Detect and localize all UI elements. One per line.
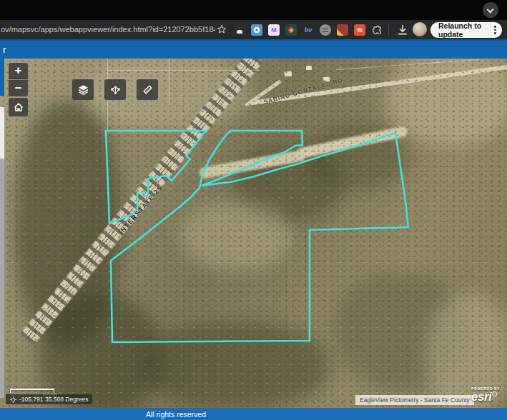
terrain-light-patch bbox=[182, 201, 290, 269]
coin-lines-icon bbox=[323, 29, 328, 32]
parcel-boundary-layer bbox=[0, 59, 507, 408]
extension-record-icon[interactable] bbox=[285, 24, 297, 36]
relaunch-label: Relaunch to update bbox=[438, 21, 502, 39]
parcel-hairline bbox=[169, 59, 169, 103]
terrain-dark-patch bbox=[236, 144, 343, 223]
extension-fox-icon[interactable] bbox=[337, 24, 348, 36]
interstate-25-label: INTERSTATE 25 bbox=[117, 169, 177, 236]
app-footer: All rights reserved bbox=[0, 408, 507, 420]
browser-toolbar: ov/mapsvc/apps/webappviewer/index.html?i… bbox=[0, 20, 507, 39]
parcel-boundary-main bbox=[111, 131, 408, 342]
extension-camera-icon[interactable] bbox=[251, 24, 262, 36]
kebab-dots bbox=[494, 26, 496, 28]
parcel-hairline bbox=[336, 59, 479, 70]
road-spur bbox=[245, 79, 282, 107]
layers-icon bbox=[77, 84, 89, 96]
terrain-dark-patch bbox=[307, 123, 408, 191]
terrain-dark-patch bbox=[336, 273, 465, 387]
app-title-bar: r bbox=[0, 39, 507, 59]
parcel-boundary-west bbox=[106, 131, 206, 224]
terrain-light-patch bbox=[386, 59, 507, 144]
measure-ruler-icon bbox=[142, 84, 154, 96]
home-icon bbox=[13, 101, 24, 113]
esri-globe-icon bbox=[492, 391, 497, 396]
arroyo-wash bbox=[295, 126, 408, 160]
coordinates-text: -105.791 35.568 Degrees bbox=[19, 396, 88, 403]
toolbar-divider bbox=[388, 24, 389, 36]
extensions-puzzle-icon[interactable] bbox=[371, 24, 383, 36]
record-dot-icon bbox=[288, 27, 294, 33]
terrain-dark-patch bbox=[14, 101, 122, 344]
extension-row: M bv % bbox=[234, 24, 389, 36]
sabino-gonzales-road bbox=[250, 65, 507, 106]
extension-bv-icon[interactable]: bv bbox=[302, 24, 314, 36]
chevron-down-button[interactable] bbox=[483, 2, 498, 18]
app-title-text: r bbox=[3, 44, 6, 55]
terrain-dark-patch bbox=[143, 323, 329, 408]
extension-m-icon[interactable]: M bbox=[268, 24, 280, 36]
interstate-25-roadway bbox=[19, 59, 263, 345]
extension-percent-icon[interactable]: % bbox=[354, 24, 365, 36]
window-edge-panel bbox=[0, 107, 4, 159]
esri-logo-block: POWERED BY esri bbox=[471, 386, 500, 404]
address-bar[interactable]: ov/mapsvc/apps/webappviewer/index.html?i… bbox=[1, 25, 215, 34]
window-edge-scrollbar[interactable] bbox=[0, 159, 4, 398]
extension-coin-icon[interactable] bbox=[320, 24, 331, 36]
footer-text: All rights reserved bbox=[146, 410, 206, 419]
crosshair-icon bbox=[10, 396, 16, 403]
measure-button[interactable] bbox=[137, 79, 158, 100]
map-attribution: EagleView Pictometry - Santa Fe County bbox=[355, 395, 474, 405]
window-edge-blue bbox=[0, 59, 4, 96]
camera-lens-icon bbox=[254, 27, 260, 33]
esri-logo-text: esri bbox=[471, 390, 491, 404]
download-icon[interactable] bbox=[396, 24, 409, 36]
building bbox=[323, 77, 330, 82]
share-arrows-icon bbox=[109, 84, 122, 96]
chevron-down-icon bbox=[487, 6, 494, 14]
vegetation-speckle bbox=[0, 59, 507, 408]
zoom-in-button[interactable]: + bbox=[9, 63, 28, 79]
home-extent-button[interactable] bbox=[9, 98, 28, 116]
relaunch-to-update-button[interactable]: Relaunch to update bbox=[430, 22, 502, 38]
zoom-out-button[interactable]: − bbox=[9, 80, 28, 96]
coordinate-readout: -105.791 35.568 Degrees bbox=[6, 394, 92, 404]
bookmark-star-icon[interactable] bbox=[217, 24, 227, 34]
building bbox=[306, 66, 312, 70]
building bbox=[285, 71, 292, 76]
sabino-gonzales-rd-label: SABINO GONZALES RD bbox=[262, 73, 355, 106]
cat-face-icon bbox=[237, 30, 242, 34]
layers-button[interactable] bbox=[72, 79, 94, 100]
arroyo-wash bbox=[199, 149, 306, 179]
window-top-strip bbox=[0, 0, 507, 20]
share-button[interactable] bbox=[104, 79, 126, 100]
terrain-dark-patch bbox=[39, 294, 161, 408]
browser-menu-kebab-icon[interactable] bbox=[494, 26, 496, 35]
profile-avatar[interactable] bbox=[413, 22, 427, 36]
extension-cat-icon[interactable] bbox=[234, 24, 245, 36]
map-canvas[interactable]: INTERSTATE 25 SABINO GONZALES RD + − 500… bbox=[0, 59, 507, 408]
parcel-hairline bbox=[108, 70, 260, 71]
browser-window: ov/mapsvc/apps/webappviewer/index.html?i… bbox=[0, 0, 507, 420]
